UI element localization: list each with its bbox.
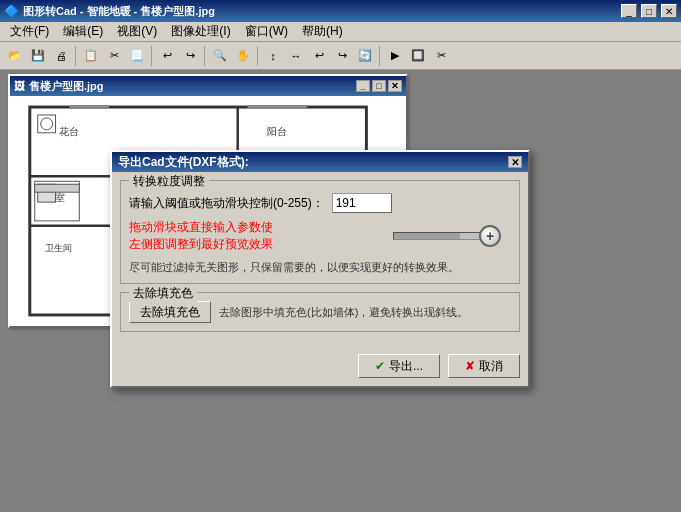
app-title: 图形转Cad - 智能地暖 - 售楼户型图.jpg bbox=[23, 4, 617, 19]
toolbar-print[interactable]: 🖨 bbox=[50, 45, 72, 67]
child-minimize-button[interactable]: _ bbox=[356, 80, 370, 92]
dialog-body: 转换粒度调整 请输入阈值或拖动滑块控制(0-255)： 拖动滑块或直接输入参数使… bbox=[112, 172, 528, 348]
export-dialog: 导出Cad文件(DXF格式): ✕ 转换粒度调整 请输入阈值或拖动滑块控制(0-… bbox=[110, 150, 530, 388]
cancel-x-icon: ✘ bbox=[465, 359, 475, 373]
toolbar-redo[interactable]: ↪ bbox=[179, 45, 201, 67]
menu-window[interactable]: 窗口(W) bbox=[239, 21, 294, 42]
child-window-icon: 🖼 bbox=[14, 80, 25, 92]
slider-hint-text: 拖动滑块或直接输入参数使 左侧图调整到最好预览效果 bbox=[129, 219, 385, 253]
toolbar-rotate[interactable]: 🔄 bbox=[354, 45, 376, 67]
remove-fill-desc: 去除图形中填充色(比如墙体)，避免转换出现斜线。 bbox=[219, 305, 468, 320]
toolbar-arrows2[interactable]: ↔ bbox=[285, 45, 307, 67]
close-button[interactable]: ✕ bbox=[661, 4, 677, 18]
export-button[interactable]: ✔ 导出... bbox=[358, 354, 440, 378]
svg-text:卫生间: 卫生间 bbox=[45, 243, 72, 253]
remove-fill-row: 去除填充色 去除图形中填充色(比如墙体)，避免转换出现斜线。 bbox=[129, 301, 511, 323]
dialog-title: 导出Cad文件(DXF格式): bbox=[118, 154, 508, 171]
export-button-label: 导出... bbox=[389, 358, 423, 375]
menu-file[interactable]: 文件(F) bbox=[4, 21, 55, 42]
toolbar-copy[interactable]: 📋 bbox=[80, 45, 102, 67]
toolbar-sep3 bbox=[204, 46, 206, 66]
toolbar-rect[interactable]: 🔲 bbox=[407, 45, 429, 67]
remove-fill-group-title: 去除填充色 bbox=[129, 285, 197, 302]
minimize-button[interactable]: _ bbox=[621, 4, 637, 18]
menu-help[interactable]: 帮助(H) bbox=[296, 21, 349, 42]
app-title-bar: 🔷 图形转Cad - 智能地暖 - 售楼户型图.jpg _ □ ✕ bbox=[0, 0, 681, 22]
app-icon: 🔷 bbox=[4, 4, 19, 18]
child-window-title: 售楼户型图.jpg bbox=[29, 79, 356, 94]
toolbar-cut[interactable]: ✂ bbox=[103, 45, 125, 67]
svg-text:花台: 花台 bbox=[59, 126, 79, 137]
conversion-group-title: 转换粒度调整 bbox=[129, 173, 209, 190]
threshold-input[interactable] bbox=[332, 193, 392, 213]
toolbar-crop[interactable]: ✂ bbox=[430, 45, 452, 67]
toolbar-fwd[interactable]: ↪ bbox=[331, 45, 353, 67]
slider-track[interactable] bbox=[393, 232, 483, 240]
slider-fill bbox=[394, 233, 460, 239]
export-check-icon: ✔ bbox=[375, 359, 385, 373]
slider-thumb[interactable] bbox=[479, 225, 501, 247]
toolbar-sep4 bbox=[257, 46, 259, 66]
toolbar-sep1 bbox=[75, 46, 77, 66]
slider-area: 拖动滑块或直接输入参数使 左侧图调整到最好预览效果 bbox=[129, 219, 511, 253]
toolbar-hand[interactable]: ✋ bbox=[232, 45, 254, 67]
child-title-buttons: _ □ ✕ bbox=[356, 80, 402, 92]
toolbar-select[interactable]: ▶ bbox=[384, 45, 406, 67]
menu-edit[interactable]: 编辑(E) bbox=[57, 21, 109, 42]
conversion-desc: 尽可能过滤掉无关图形，只保留需要的，以便实现更好的转换效果。 bbox=[129, 259, 511, 276]
slider-container[interactable] bbox=[393, 225, 501, 247]
conversion-group: 转换粒度调整 请输入阈值或拖动滑块控制(0-255)： 拖动滑块或直接输入参数使… bbox=[120, 180, 520, 284]
toolbar: 📂 💾 🖨 📋 ✂ 📃 ↩ ↪ 🔍 ✋ ↕ ↔ ↩ ↪ 🔄 ▶ 🔲 ✂ bbox=[0, 42, 681, 70]
toolbar-save[interactable]: 💾 bbox=[27, 45, 49, 67]
toolbar-back[interactable]: ↩ bbox=[308, 45, 330, 67]
svg-rect-17 bbox=[35, 184, 80, 192]
toolbar-undo[interactable]: ↩ bbox=[156, 45, 178, 67]
toolbar-sep5 bbox=[379, 46, 381, 66]
maximize-button[interactable]: □ bbox=[641, 4, 657, 18]
child-close-button[interactable]: ✕ bbox=[388, 80, 402, 92]
threshold-label: 请输入阈值或拖动滑块控制(0-255)： bbox=[129, 195, 324, 212]
dialog-title-bar: 导出Cad文件(DXF格式): ✕ bbox=[112, 152, 528, 172]
dialog-close-button[interactable]: ✕ bbox=[508, 156, 522, 168]
cancel-button-label: 取消 bbox=[479, 358, 503, 375]
toolbar-arrows[interactable]: ↕ bbox=[262, 45, 284, 67]
main-area: 🖼 售楼户型图.jpg _ □ ✕ bbox=[0, 70, 681, 512]
toolbar-paste[interactable]: 📃 bbox=[126, 45, 148, 67]
threshold-input-row: 请输入阈值或拖动滑块控制(0-255)： bbox=[129, 193, 511, 213]
menu-bar: 文件(F) 编辑(E) 视图(V) 图像处理(I) 窗口(W) 帮助(H) bbox=[0, 22, 681, 42]
child-title-bar: 🖼 售楼户型图.jpg _ □ ✕ bbox=[10, 76, 406, 96]
child-maximize-button[interactable]: □ bbox=[372, 80, 386, 92]
svg-text:阳台: 阳台 bbox=[267, 126, 287, 137]
toolbar-sep2 bbox=[151, 46, 153, 66]
dialog-footer: ✔ 导出... ✘ 取消 bbox=[112, 348, 528, 386]
toolbar-zoom[interactable]: 🔍 bbox=[209, 45, 231, 67]
menu-image[interactable]: 图像处理(I) bbox=[165, 21, 236, 42]
menu-view[interactable]: 视图(V) bbox=[111, 21, 163, 42]
toolbar-open[interactable]: 📂 bbox=[4, 45, 26, 67]
remove-fill-group: 去除填充色 去除填充色 去除图形中填充色(比如墙体)，避免转换出现斜线。 bbox=[120, 292, 520, 332]
conversion-group-content: 请输入阈值或拖动滑块控制(0-255)： 拖动滑块或直接输入参数使 左侧图调整到… bbox=[129, 193, 511, 275]
remove-fill-button[interactable]: 去除填充色 bbox=[129, 301, 211, 323]
cancel-button[interactable]: ✘ 取消 bbox=[448, 354, 520, 378]
